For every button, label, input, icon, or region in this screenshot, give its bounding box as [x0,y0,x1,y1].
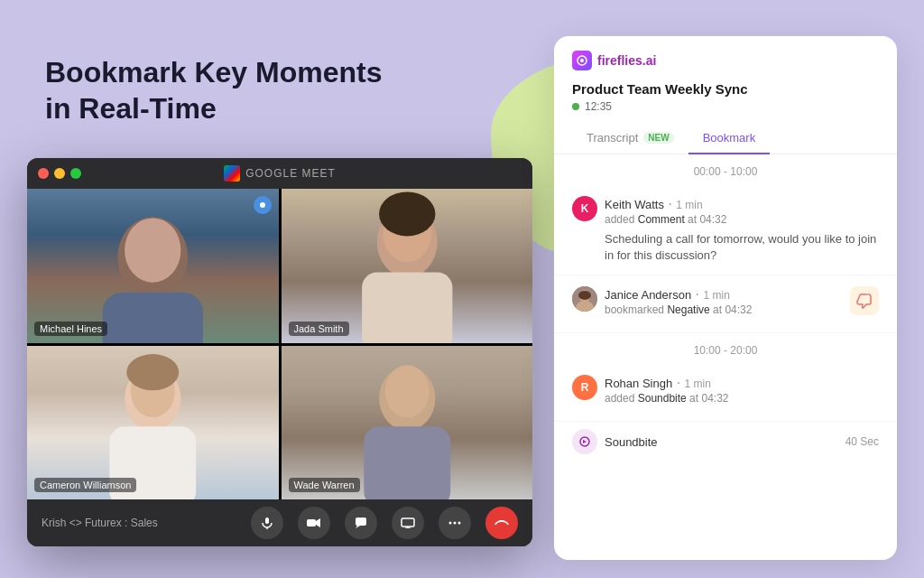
ff-logo-tld: .ai [642,53,657,68]
soundbite-duration: 40 Sec [845,435,879,448]
action-noun-janice: Negative [667,303,713,316]
author-janice: Janice Anderson [605,288,691,302]
ff-logo-text: fireflies.ai [597,53,656,68]
avatar-rohan: R [572,375,597,400]
toolbar-label: Krish <> Futurex : Sales [42,517,158,529]
hero-title-line1: Bookmark Key Moments [45,56,382,89]
author-rohan: Rohan Singh [605,377,672,390]
video-cell-wade: Wade Warren [282,346,533,500]
minimize-dot[interactable] [54,168,65,179]
action-noun-rohan: Soundbite [638,392,689,405]
duration-janice: 1 min [703,289,729,302]
tab-transcript[interactable]: Transcript NEW [572,124,688,154]
toolbar-icons [251,507,518,539]
name-tag-cameron: Cameron Williamson [34,478,136,492]
portrait-cameron [27,346,279,500]
avatar-janice [572,286,597,312]
entry-meta-rohan: Rohan Singh · 1 min added Soundbite at 0… [605,375,879,405]
ff-header: fireflies.ai Product Team Weekly Sync 12… [554,36,897,124]
action-prep-keith: at [688,213,699,226]
action-prep-janice: at [713,303,725,316]
chat-button[interactable] [345,507,377,539]
entry-meta-keith: Keith Watts · 1 min added Comment at 04:… [605,196,879,226]
author-keith: Keith Watts [605,198,664,211]
end-call-button[interactable] [485,507,518,539]
svg-rect-19 [356,517,366,526]
more-options-button[interactable] [439,507,471,539]
hero-title: Bookmark Key Moments in Real-Time [45,54,382,126]
meet-window: GOOGLE MEET Michael Hines [27,158,532,546]
action-keith: added Comment at 04:32 [605,213,879,226]
meet-header-center: GOOGLE MEET [27,158,532,189]
svg-point-31 [578,291,591,300]
svg-point-2 [125,218,180,282]
tab-transcript-label: Transcript [587,131,638,144]
timestamp-janice: 04:32 [725,303,752,316]
svg-point-28 [580,59,584,62]
close-dot[interactable] [38,168,49,179]
meet-titlebar: GOOGLE MEET [27,158,532,189]
ff-meeting-time: 12:35 [585,100,612,113]
tab-bookmark-label: Bookmark [703,131,756,144]
soundbite-icon [572,429,597,454]
ff-logo-icon [572,51,592,70]
bookmark-entry-janice: Janice Anderson · 1 min bookmarked Negat… [554,275,897,333]
video-cell-michael: Michael Hines [27,189,279,343]
ff-content: 00:00 - 10:00 K Keith Watts · 1 min adde… [554,154,897,560]
screen-share-button[interactable] [392,507,424,539]
avatar-initial-rohan: R [581,381,589,394]
ff-time-row: 12:35 [572,100,879,113]
svg-rect-5 [362,273,452,343]
tab-bookmark[interactable]: Bookmark [688,124,771,154]
svg-point-25 [454,522,457,525]
time-range-1: 00:00 - 10:00 [554,154,897,185]
ff-meeting-title: Product Team Weekly Sync [572,81,879,97]
video-cell-jada: Jada Smith [282,189,533,343]
action-rohan: added Soundbite at 04:32 [605,392,879,405]
entry-header-keith: K Keith Watts · 1 min added Comment at 0… [572,196,879,226]
meet-title-text: GOOGLE MEET [245,167,336,180]
soundbite-row: Soundbite 40 Sec [554,422,897,461]
live-indicator-dot [572,103,579,110]
svg-marker-20 [356,526,360,528]
action-verb-keith: added [605,213,634,226]
name-tag-michael: Michael Hines [34,322,107,336]
entry-body-keith: Scheduling a call for tomorrow, would yo… [572,231,879,264]
google-meet-icon [224,165,240,182]
action-noun-keith: Comment [638,213,688,226]
thumbs-down-icon [850,286,879,315]
ff-logo: fireflies.ai [572,51,879,70]
fireflies-panel: fireflies.ai Product Team Weekly Sync 12… [554,36,897,560]
video-grid: Michael Hines Jada Smith [27,189,532,499]
action-prep-rohan: at [689,392,701,405]
portrait-jada [282,189,533,343]
svg-marker-18 [316,518,320,527]
svg-point-14 [384,366,429,418]
mic-button[interactable] [251,507,283,539]
ff-tabs: Transcript NEW Bookmark [554,124,897,154]
bookmark-entry-keith: K Keith Watts · 1 min added Comment at 0… [554,185,897,275]
timestamp-rohan: 04:32 [701,392,728,405]
svg-rect-15 [265,517,269,524]
name-tag-jada: Jada Smith [289,322,349,336]
bookmark-entry-rohan: R Rohan Singh · 1 min added Soundbite at… [554,364,897,422]
entry-header-janice: Janice Anderson · 1 min bookmarked Negat… [572,286,879,316]
duration-rohan: 1 min [685,378,711,390]
svg-rect-21 [402,518,414,527]
svg-rect-13 [364,427,450,499]
camera-button[interactable] [298,507,330,539]
entry-header-rohan: R Rohan Singh · 1 min added Soundbite at… [572,375,879,405]
svg-point-3 [260,202,265,208]
active-speaker-badge [254,196,272,214]
soundbite-label: Soundbite [605,435,838,449]
maximize-dot[interactable] [70,168,81,179]
duration-keith: 1 min [676,199,702,211]
action-verb-janice: bookmarked [605,303,664,316]
video-cell-cameron: Cameron Williamson [27,346,279,500]
hero-title-line2: in Real-Time [45,92,217,125]
timestamp-keith: 04:32 [699,213,726,226]
entry-meta-janice: Janice Anderson · 1 min bookmarked Negat… [605,286,843,316]
hero-section: Bookmark Key Moments in Real-Time [45,54,382,126]
meet-toolbar: Krish <> Futurex : Sales [27,499,532,546]
action-janice: bookmarked Negative at 04:32 [605,303,843,316]
